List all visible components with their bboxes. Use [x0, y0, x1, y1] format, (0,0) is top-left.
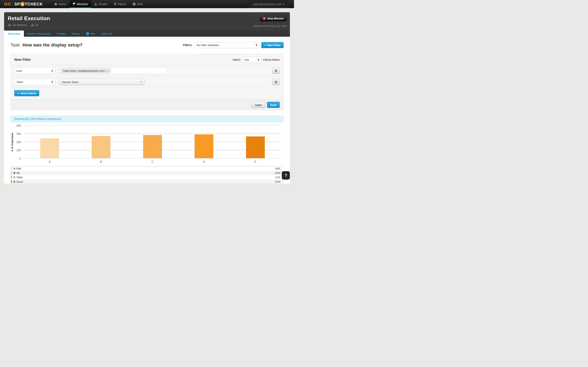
team-select[interactable]: Denver Team	[60, 79, 144, 85]
user-token-text: Todd Gilroy <todd@spotcheck.com>	[63, 69, 106, 72]
legend-row-B: BOk20%	[10, 171, 284, 175]
chevron-down-icon	[140, 82, 142, 83]
nav-items: Home Missions People Places ? Help	[51, 0, 146, 8]
nav-item-people[interactable]: People	[91, 0, 111, 8]
axis-tick	[127, 158, 127, 160]
mission-title: Retail Execution	[8, 15, 287, 22]
criteria-field-select[interactable]: Team	[14, 79, 55, 85]
y-tick-label: 0	[19, 157, 21, 160]
x-tick-label: A	[49, 160, 51, 163]
axis-tick	[230, 158, 230, 160]
map-pin-icon	[114, 3, 116, 6]
legend-label: Bad	[16, 167, 21, 170]
gridline	[24, 133, 281, 134]
tab-mission-responses[interactable]: Mission Responses	[24, 31, 54, 37]
x-circle-icon: ✕	[263, 17, 266, 20]
chart-legend: ABad18%BOk20%CSolid21%DGood21%EExcellent…	[10, 166, 284, 184]
criteria-field-value: Team	[16, 81, 23, 83]
filters-label: Filters:	[183, 43, 192, 47]
person-icon	[95, 3, 97, 6]
main-content: Task: How was the display setup? Filters…	[4, 37, 290, 184]
tab-alerts[interactable]: Alerts (0)	[98, 31, 115, 37]
match-suffix: criteria below	[263, 58, 280, 61]
users-icon	[8, 24, 11, 26]
user-token-input[interactable]: Todd Gilroy <todd@spotcheck.com> ×	[60, 67, 167, 74]
criteria-field-select[interactable]: User	[14, 67, 55, 74]
legend-percentage: 21%	[275, 176, 280, 179]
bar-A[interactable]	[40, 138, 59, 158]
add-criteria-button[interactable]: + Add Criteria	[14, 90, 39, 96]
x-axis-baseline	[24, 158, 281, 158]
bar-C[interactable]	[143, 135, 162, 158]
nav-item-missions[interactable]: Missions	[70, 0, 91, 8]
add-criteria-row: + Add Criteria	[11, 88, 283, 99]
new-filter-label: New Filter	[267, 44, 281, 47]
legend-percentage: 18%	[275, 167, 280, 170]
nav-item-label: Help	[137, 2, 143, 6]
legend-row-C: CSolid21%	[10, 175, 284, 180]
user-token: Todd Gilroy <todd@spotcheck.com> ×	[61, 68, 111, 73]
filter-panel-footer: Apply Save	[11, 99, 283, 110]
tab-label: Overview	[8, 32, 20, 35]
save-button[interactable]: Save	[267, 102, 280, 108]
nav-item-places[interactable]: Places	[111, 0, 130, 8]
gospotcheck-logo[interactable]: GO SP TCHECK	[0, 0, 46, 8]
stop-mission-button[interactable]: ✕ Stop Mission	[260, 15, 287, 21]
legend-letter: B	[13, 171, 15, 175]
match-select[interactable]: Any	[242, 57, 261, 63]
bar-D[interactable]	[195, 134, 213, 158]
account-email: admin@spotcheck.com	[253, 3, 282, 6]
nav-item-home[interactable]: Home	[51, 0, 69, 8]
trash-icon	[275, 69, 277, 72]
plus-icon: +	[17, 92, 19, 95]
remove-token-icon[interactable]: ×	[107, 69, 109, 72]
criteria-row-team: Team Denver Team	[11, 76, 283, 87]
apply-button[interactable]: Apply	[251, 102, 265, 108]
spotcheck-people-icon	[20, 2, 25, 6]
y-tick-label: 100	[16, 149, 21, 152]
nav-item-help[interactable]: ? Help	[130, 0, 146, 8]
bar-B[interactable]	[92, 136, 111, 158]
logo-go-text: GO	[4, 2, 11, 7]
team-select-value: Denver Team	[62, 81, 78, 83]
logo-sp-text: SP	[14, 2, 20, 7]
tab-label: Alerts (0)	[101, 32, 112, 35]
account-dropdown[interactable]: admin@spotcheck.com ▾	[249, 0, 289, 8]
flag-icon	[73, 3, 76, 6]
places-value: All	[35, 24, 38, 26]
chevron-down-icon: ▾	[283, 2, 285, 6]
delete-criteria-button[interactable]	[272, 67, 280, 74]
tab-label: People	[57, 32, 66, 35]
nav-item-label: People	[98, 2, 107, 6]
axis-tick	[75, 158, 76, 160]
tab-label: Places	[72, 32, 80, 35]
page-container: Retail Execution All, Bedrock All ✕ Stop…	[4, 12, 290, 184]
top-nav: GO SP TCHECK Home Missions People Places…	[0, 0, 294, 8]
y-tick-label: 300	[16, 132, 21, 135]
logo-separator	[12, 2, 13, 6]
legend-label: Good	[16, 180, 23, 183]
axis-tick	[24, 158, 24, 160]
mission-header: Retail Execution All, Bedrock All ✕ Stop…	[4, 12, 290, 31]
filter-select[interactable]: No Filter Selected...	[195, 42, 259, 48]
chart-plot: # of responses 0100200300400ABCDE	[24, 125, 281, 158]
tab-places[interactable]: Places	[69, 31, 83, 37]
bar-E[interactable]	[246, 136, 265, 158]
new-filter-button[interactable]: + New Filter	[261, 42, 284, 48]
delete-criteria-button[interactable]	[272, 79, 280, 85]
help-fab-button[interactable]: ?	[282, 171, 290, 179]
trash-icon	[275, 81, 277, 83]
legend-swatch	[11, 180, 12, 183]
nav-item-label: Missions	[77, 2, 88, 6]
tab-people[interactable]: People	[54, 31, 69, 37]
tab-info[interactable]: i Info	[83, 31, 98, 37]
task-prefix: Task:	[10, 42, 21, 48]
tab-overview[interactable]: Overview	[4, 31, 24, 37]
legend-percentage: 20%	[275, 171, 280, 175]
y-tick-label: 200	[16, 141, 21, 143]
places-group: All	[31, 24, 38, 26]
select-arrows-icon	[49, 81, 53, 83]
select-arrows-icon	[254, 44, 257, 46]
axis-tick	[281, 158, 281, 160]
nav-item-label: Places	[118, 2, 126, 6]
